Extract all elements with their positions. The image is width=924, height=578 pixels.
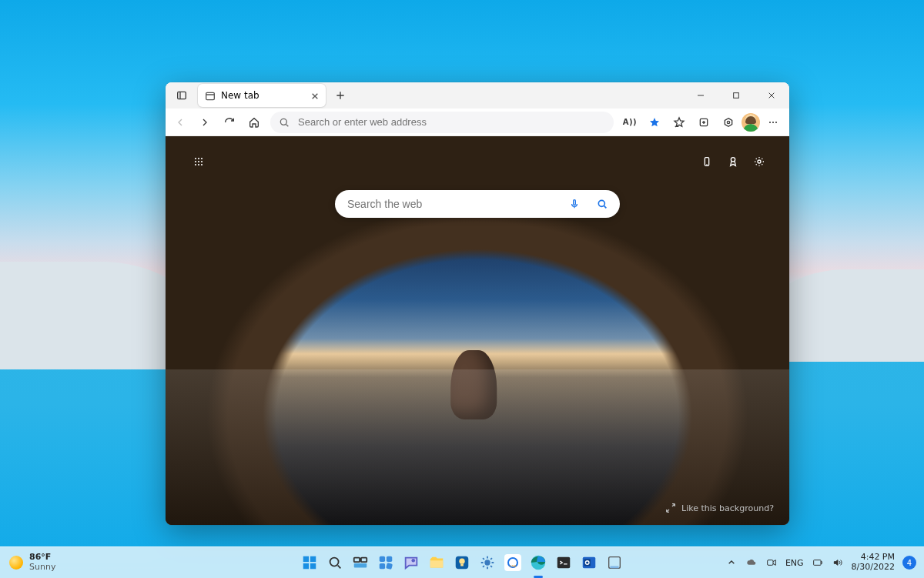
favorite-star-button[interactable] bbox=[643, 111, 666, 134]
close-tab-button[interactable] bbox=[309, 90, 320, 101]
svg-point-40 bbox=[485, 560, 490, 565]
back-button[interactable] bbox=[169, 111, 192, 134]
onedrive-icon[interactable] bbox=[745, 556, 758, 569]
tab-title: New tab bbox=[221, 90, 259, 101]
svg-point-19 bbox=[731, 158, 735, 162]
svg-rect-23 bbox=[303, 556, 309, 562]
clock-date: 8/30/2022 bbox=[852, 563, 895, 573]
chat-button[interactable] bbox=[400, 551, 423, 574]
svg-point-3 bbox=[280, 119, 286, 125]
edge-app-button[interactable] bbox=[527, 551, 550, 574]
camera-app-button[interactable]: CAM bbox=[501, 551, 524, 574]
address-input[interactable] bbox=[298, 116, 606, 128]
svg-point-22 bbox=[598, 200, 604, 206]
network-icon[interactable] bbox=[812, 556, 824, 569]
notification-center-button[interactable]: 4 bbox=[902, 556, 916, 570]
terminal-app-button[interactable] bbox=[552, 551, 575, 574]
minimize-window-button[interactable] bbox=[683, 82, 718, 109]
like-background-button[interactable]: Like this background? bbox=[660, 499, 778, 517]
svg-rect-1 bbox=[206, 92, 215, 99]
svg-point-6 bbox=[769, 121, 771, 122]
svg-point-38 bbox=[459, 559, 464, 564]
svg-point-15 bbox=[195, 164, 196, 165]
task-view-button[interactable] bbox=[349, 551, 372, 574]
edge-browser-window: New tab bbox=[166, 82, 789, 525]
favorites-list-button[interactable] bbox=[668, 111, 691, 134]
svg-rect-29 bbox=[361, 558, 367, 563]
sun-icon bbox=[9, 556, 23, 570]
language-indicator[interactable]: ENG bbox=[785, 558, 804, 568]
svg-rect-33 bbox=[380, 563, 385, 569]
svg-rect-31 bbox=[380, 556, 385, 562]
profile-avatar-button[interactable] bbox=[742, 113, 760, 132]
svg-rect-39 bbox=[460, 564, 464, 566]
meet-now-icon[interactable] bbox=[765, 556, 778, 569]
taskbar-pinned-apps: CAM bbox=[298, 547, 626, 578]
svg-rect-26 bbox=[310, 563, 316, 569]
svg-rect-25 bbox=[303, 563, 309, 569]
svg-rect-28 bbox=[354, 558, 360, 563]
new-tab-page: Like this background? bbox=[166, 136, 789, 525]
svg-rect-30 bbox=[354, 563, 367, 568]
svg-point-5 bbox=[727, 121, 729, 123]
start-button[interactable] bbox=[298, 551, 321, 574]
ntp-search-input[interactable] bbox=[347, 198, 557, 210]
svg-point-7 bbox=[772, 121, 774, 122]
taskbar-weather-widget[interactable]: 86°F Sunny bbox=[0, 547, 65, 578]
svg-point-35 bbox=[411, 559, 415, 563]
expand-icon bbox=[665, 502, 677, 514]
svg-rect-21 bbox=[574, 200, 576, 205]
taskbar-search-button[interactable] bbox=[323, 551, 346, 574]
settings-and-more-button[interactable] bbox=[762, 111, 785, 134]
new-tab-favicon-icon bbox=[204, 90, 215, 101]
voice-search-button[interactable] bbox=[564, 194, 584, 214]
tray-overflow-button[interactable] bbox=[725, 556, 738, 569]
browser-tab[interactable]: New tab bbox=[198, 84, 326, 107]
svg-point-16 bbox=[198, 164, 199, 165]
maximize-window-button[interactable] bbox=[718, 82, 754, 109]
rewards-button[interactable] bbox=[721, 150, 745, 173]
search-submit-button[interactable] bbox=[592, 194, 612, 214]
svg-rect-34 bbox=[386, 563, 393, 570]
generic-app-button[interactable] bbox=[603, 551, 626, 574]
extensions-button[interactable] bbox=[717, 111, 740, 134]
svg-rect-44 bbox=[557, 557, 571, 569]
svg-rect-51 bbox=[813, 560, 820, 566]
search-icon bbox=[278, 116, 290, 129]
page-settings-button[interactable] bbox=[748, 150, 771, 173]
home-button[interactable] bbox=[243, 111, 266, 134]
svg-point-13 bbox=[198, 161, 199, 162]
close-window-button[interactable] bbox=[754, 82, 789, 109]
settings-app-button[interactable] bbox=[476, 551, 499, 574]
widgets-button[interactable] bbox=[374, 551, 397, 574]
svg-point-11 bbox=[201, 158, 203, 159]
windows-taskbar: 86°F Sunny bbox=[0, 546, 924, 578]
mobile-sync-button[interactable] bbox=[695, 150, 718, 173]
volume-icon[interactable] bbox=[832, 556, 844, 569]
svg-rect-49 bbox=[611, 566, 619, 569]
svg-point-9 bbox=[195, 158, 196, 159]
app-launcher-button[interactable] bbox=[187, 150, 210, 173]
read-aloud-button[interactable]: A)) bbox=[618, 111, 641, 134]
ntp-top-bar bbox=[184, 150, 771, 173]
tips-app-button[interactable] bbox=[450, 551, 474, 574]
tab-actions-button[interactable] bbox=[170, 84, 193, 107]
file-explorer-button[interactable] bbox=[425, 551, 448, 574]
refresh-button[interactable] bbox=[218, 111, 241, 134]
svg-point-8 bbox=[775, 121, 777, 122]
forward-button[interactable] bbox=[193, 111, 216, 134]
collections-button[interactable] bbox=[692, 111, 715, 134]
taskbar-clock[interactable]: 4:42 PM 8/30/2022 bbox=[852, 553, 895, 572]
ntp-search-box[interactable] bbox=[335, 190, 620, 218]
svg-point-20 bbox=[758, 160, 761, 163]
address-bar[interactable] bbox=[270, 112, 614, 133]
svg-point-27 bbox=[330, 558, 339, 566]
desktop-wallpaper: New tab bbox=[0, 0, 924, 578]
svg-rect-50 bbox=[768, 560, 773, 566]
svg-rect-24 bbox=[310, 556, 316, 562]
svg-rect-36 bbox=[430, 560, 444, 567]
new-tab-button[interactable] bbox=[329, 84, 352, 107]
svg-point-10 bbox=[198, 158, 199, 159]
outlook-app-button[interactable] bbox=[578, 551, 601, 574]
browser-titlebar: New tab bbox=[166, 82, 789, 109]
